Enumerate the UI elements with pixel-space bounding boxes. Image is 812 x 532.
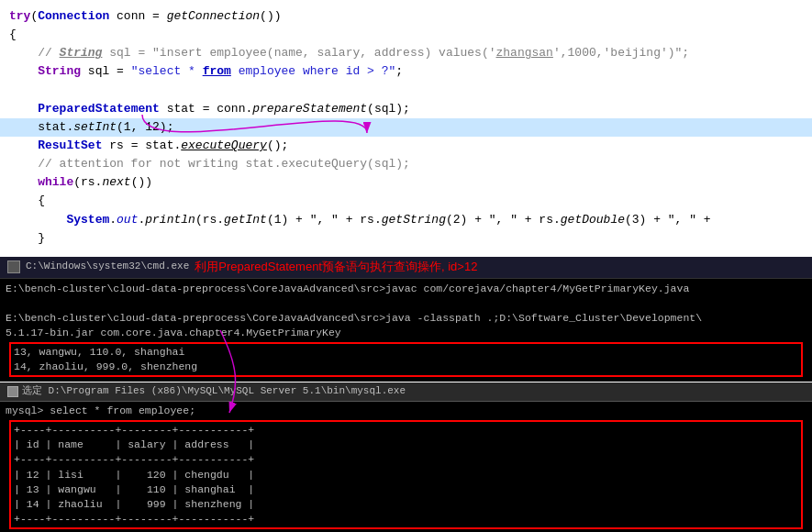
mysql-separator-mid: +----+----------+--------+-----------+ xyxy=(14,452,798,467)
code-line-8: ResultSet rs = stat.executeQuery(); xyxy=(0,137,812,155)
mysql-row-2: | 13 | wangwu | 110 | shanghai | xyxy=(14,482,798,497)
cmd-output-1: E:\bench-cluster\cloud-data-preprocess\C… xyxy=(6,282,806,296)
cmd-titlebar: C:\Windows\system32\cmd.exe 利用PreparedSt… xyxy=(0,257,812,279)
code-line-4: String sql = "select * from employee whe… xyxy=(0,62,812,81)
cmd-content: E:\bench-cluster\cloud-data-preprocess\C… xyxy=(0,279,812,382)
mysql-separator-bot: +----+----------+--------+-----------+ xyxy=(14,512,798,526)
mysql-table-header: | id | name | salary | address | xyxy=(14,438,798,452)
cmd-title: C:\Windows\system32\cmd.exe xyxy=(26,260,189,274)
code-line-13: } xyxy=(0,229,812,248)
cmd-output-4: 5.1.17-bin.jar com.core.java.chapter4.My… xyxy=(6,326,806,340)
mysql-title: 选定 D:\Program Files (x86)\MySQL\MySQL Se… xyxy=(22,384,406,399)
code-line-5 xyxy=(0,82,812,100)
mysql-icon xyxy=(7,386,18,397)
mysql-window: 选定 D:\Program Files (x86)\MySQL\MySQL Se… xyxy=(0,382,812,532)
cmd-result-1: 13, wangwu, 110.0, shanghai xyxy=(14,345,798,360)
code-line-7: stat.setInt(1, 12); xyxy=(0,118,812,137)
cmd-window: C:\Windows\system32\cmd.exe 利用PreparedSt… xyxy=(0,257,812,382)
mysql-row-3: | 14 | zhaoliu | 999 | shenzheng | xyxy=(14,497,798,512)
code-line-2: { xyxy=(0,26,812,44)
cmd-icon xyxy=(7,260,20,273)
mysql-content: mysql> select * from employee; +----+---… xyxy=(0,402,812,532)
cmd-output-3: E:\bench-cluster\cloud-data-preprocess\C… xyxy=(6,311,806,326)
code-line-9: // attention for not writing stat.execut… xyxy=(0,155,812,173)
code-line-11: { xyxy=(0,192,812,210)
cmd-annotation: 利用PreparedStatement预备语句执行查询操作, id>12 xyxy=(195,259,477,276)
cmd-output-2 xyxy=(6,296,806,311)
code-line-3: // String sql = "insert employee(name, s… xyxy=(0,44,812,62)
code-line-6: PreparedStatement stat = conn.prepareSta… xyxy=(0,100,812,118)
mysql-row-1: | 12 | lisi | 120 | chengdu | xyxy=(14,468,798,482)
mysql-separator-top: +----+----------+--------+-----------+ xyxy=(14,423,798,438)
code-line-12: System.out.println(rs.getInt(1) + ", " +… xyxy=(0,211,812,229)
cmd-result-box: 13, wangwu, 110.0, shanghai 14, zhaoliu,… xyxy=(9,342,803,377)
cmd-result-2: 14, zhaoliu, 999.0, shenzheng xyxy=(14,360,798,374)
mysql-table: +----+----------+--------+-----------+ |… xyxy=(9,420,803,529)
code-line-1: try(Connection conn = getConnection()) xyxy=(0,7,812,26)
code-editor: try(Connection conn = getConnection()) {… xyxy=(0,0,812,255)
code-line-10: while(rs.next()) xyxy=(0,173,812,192)
mysql-prompt-line: mysql> select * from employee; xyxy=(6,404,806,418)
mysql-titlebar: 选定 D:\Program Files (x86)\MySQL\MySQL Se… xyxy=(0,382,812,402)
